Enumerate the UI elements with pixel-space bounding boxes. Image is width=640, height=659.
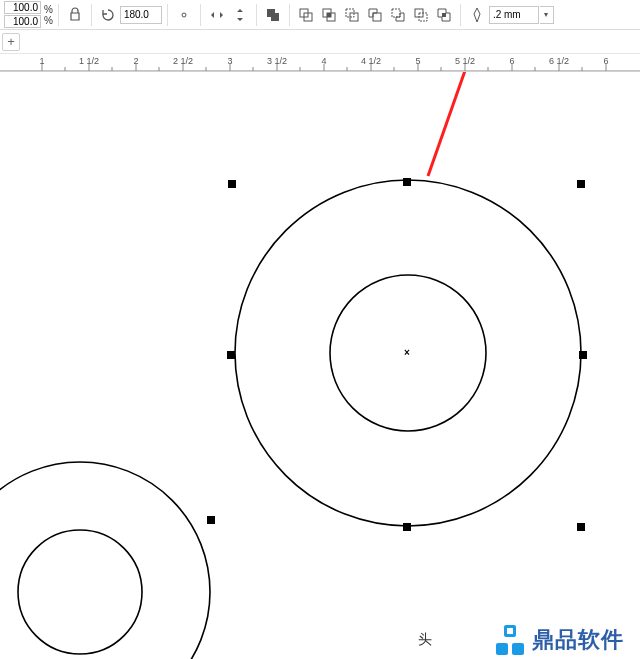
source-credit: 头	[418, 631, 432, 649]
lock-ratio-icon[interactable]	[64, 4, 86, 26]
combine-icon[interactable]	[433, 4, 455, 26]
mirror-horizontal-icon[interactable]	[206, 4, 228, 26]
watermark-logo-icon	[496, 625, 524, 655]
separator	[256, 4, 257, 26]
selection-handle[interactable]	[403, 178, 411, 186]
ruler-tick-label: 1	[39, 56, 44, 66]
rotation-input[interactable]	[120, 6, 162, 24]
svg-rect-2	[271, 13, 279, 21]
trim-icon[interactable]	[295, 4, 317, 26]
separator	[460, 4, 461, 26]
selection-handle[interactable]	[579, 351, 587, 359]
scale-x-input[interactable]	[4, 1, 41, 14]
selection-handle[interactable]	[403, 523, 411, 531]
svg-point-44	[18, 530, 142, 654]
outline-width-dropdown[interactable]: ▾	[540, 6, 554, 24]
scale-fields	[4, 1, 41, 28]
property-toolbar: % % ▾	[0, 0, 640, 30]
ruler-tick-label: 4	[321, 56, 326, 66]
outline-pen-icon[interactable]	[466, 4, 488, 26]
ruler-tick-label: 6 1/2	[549, 56, 569, 66]
ruler-tick-label: 2 1/2	[173, 56, 193, 66]
weld-icon[interactable]	[262, 4, 284, 26]
drawing-shapes	[0, 72, 640, 659]
svg-rect-11	[392, 9, 400, 17]
tab-bar: +	[0, 30, 640, 54]
back-minus-front-icon[interactable]	[387, 4, 409, 26]
separator	[167, 4, 168, 26]
ruler-tick-label: 5	[415, 56, 420, 66]
intersect-icon[interactable]	[318, 4, 340, 26]
selection-handle[interactable]	[228, 180, 236, 188]
ruler-tick-label: 6	[603, 56, 608, 66]
scale-y-input[interactable]	[4, 15, 41, 28]
boundary-icon[interactable]	[410, 4, 432, 26]
separator	[200, 4, 201, 26]
horizontal-ruler: 1 1 1/2 2 2 1/2 3 3 1/2 4 4 1/2 5 5 1/2 …	[0, 54, 640, 72]
separator	[58, 4, 59, 26]
selection-handle[interactable]	[577, 180, 585, 188]
ruler-tick-label: 4 1/2	[361, 56, 381, 66]
separator	[289, 4, 290, 26]
svg-point-0	[182, 13, 186, 17]
watermark: 鼎品软件	[496, 625, 624, 655]
ruler-tick-label: 5 1/2	[455, 56, 475, 66]
rotate-icon[interactable]	[97, 4, 119, 26]
ruler-tick-label: 6	[509, 56, 514, 66]
ruler-tick-label: 3 1/2	[267, 56, 287, 66]
ruler-tick-label: 3	[227, 56, 232, 66]
ruler-tick-label: 2	[133, 56, 138, 66]
outline-width-input[interactable]	[489, 6, 539, 24]
selection-center: ×	[404, 347, 410, 358]
svg-rect-14	[442, 13, 446, 17]
add-tab-button[interactable]: +	[2, 33, 20, 51]
separator	[91, 4, 92, 26]
watermark-text: 鼎品软件	[532, 625, 624, 655]
center-origin-icon[interactable]	[173, 4, 195, 26]
selection-handle[interactable]	[207, 516, 215, 524]
svg-rect-10	[373, 13, 381, 21]
selection-handle[interactable]	[577, 523, 585, 531]
mirror-vertical-icon[interactable]	[229, 4, 251, 26]
percent-labels: % %	[44, 4, 53, 26]
front-minus-back-icon[interactable]	[364, 4, 386, 26]
ruler-tick-label: 1 1/2	[79, 56, 99, 66]
selection-handle[interactable]	[227, 351, 235, 359]
canvas[interactable]: × 头 鼎品软件	[0, 72, 640, 659]
svg-rect-7	[327, 13, 331, 17]
simplify-icon[interactable]	[341, 4, 363, 26]
